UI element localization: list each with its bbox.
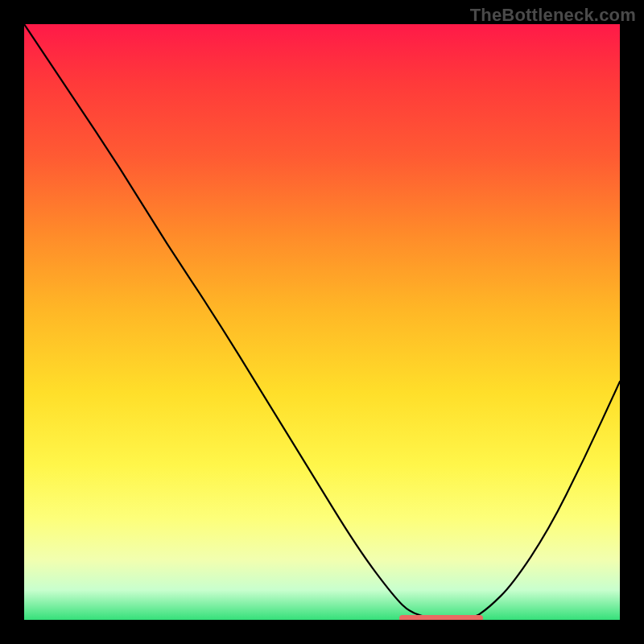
plot-area xyxy=(24,24,620,620)
bottleneck-curve xyxy=(24,24,620,620)
optimal-range-marker xyxy=(399,615,483,620)
chart-frame: TheBottleneck.com xyxy=(0,0,644,644)
watermark-text: TheBottleneck.com xyxy=(470,5,636,26)
curve-svg xyxy=(24,24,620,620)
